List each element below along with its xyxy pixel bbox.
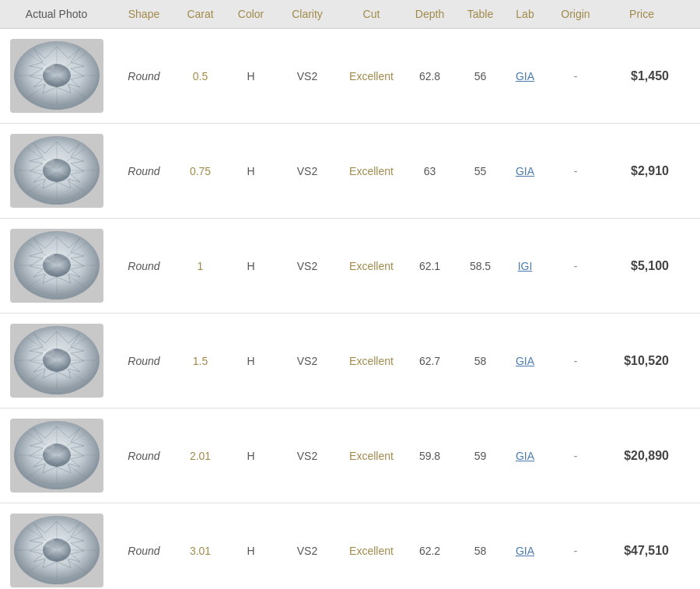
diamond-image [10, 134, 103, 208]
cell-shape-4: Round [113, 450, 175, 462]
diamond-image [10, 514, 103, 587]
cell-clarity-5: VS2 [276, 545, 338, 557]
cell-origin-0: - [544, 70, 607, 82]
cell-clarity-2: VS2 [276, 260, 338, 272]
cell-shape-1: Round [113, 165, 175, 177]
cell-photo-3 [0, 320, 113, 401]
table-row: Round 0.75 H VS2 Excellent 63 55 GIA - $… [0, 124, 700, 219]
cell-cut-4: Excellent [338, 450, 404, 462]
cell-color-5: H [226, 545, 276, 557]
table-body: Round 0.5 H VS2 Excellent 62.8 56 GIA - … [0, 29, 700, 589]
cell-color-4: H [226, 450, 276, 462]
cell-shape-5: Round [113, 545, 175, 557]
cell-table-0: 56 [455, 70, 506, 82]
cell-table-5: 58 [455, 545, 506, 557]
diamond-image [10, 324, 103, 398]
cell-lab-1[interactable]: GIA [506, 165, 544, 177]
cell-photo-0 [0, 35, 113, 117]
cell-color-2: H [226, 260, 276, 272]
cell-table-4: 59 [455, 450, 506, 462]
cell-clarity-0: VS2 [276, 70, 338, 82]
cell-carat-5: 3.01 [175, 545, 226, 557]
cell-cut-1: Excellent [338, 165, 404, 177]
table-header: Actual Photo Shape Carat Color Clarity C… [0, 0, 700, 29]
table-row: Round 3.01 H VS2 Excellent 62.2 58 GIA -… [0, 503, 700, 589]
cell-cut-5: Excellent [338, 545, 404, 557]
cell-table-2: 58.5 [455, 260, 506, 272]
cell-lab-2[interactable]: IGI [506, 260, 544, 272]
cell-origin-3: - [544, 355, 607, 367]
diamond-image [10, 419, 103, 493]
diamond-table: Actual Photo Shape Carat Color Clarity C… [0, 0, 700, 589]
cell-depth-1: 63 [404, 165, 455, 177]
cell-depth-3: 62.7 [404, 355, 455, 367]
lab-link[interactable]: GIA [516, 355, 534, 367]
diamond-image [10, 229, 103, 303]
cell-price-0: $1,450 [607, 69, 677, 83]
cell-clarity-1: VS2 [276, 165, 338, 177]
table-row: Round 1 H VS2 Excellent 62.1 58.5 IGI - … [0, 219, 700, 314]
cell-origin-4: - [544, 450, 607, 462]
cell-price-1: $2,910 [607, 164, 677, 178]
lab-link[interactable]: GIA [516, 70, 534, 82]
cell-table-1: 55 [455, 165, 506, 177]
table-row: Round 2.01 H VS2 Excellent 59.8 59 GIA -… [0, 408, 700, 503]
cell-clarity-3: VS2 [276, 355, 338, 367]
col-header-color: Color [226, 8, 276, 20]
cell-carat-0: 0.5 [175, 70, 226, 82]
cell-origin-1: - [544, 165, 607, 177]
cell-depth-5: 62.2 [404, 545, 455, 557]
cell-price-3: $10,520 [607, 354, 677, 368]
cell-color-3: H [226, 355, 276, 367]
cell-shape-0: Round [113, 70, 175, 82]
cell-lab-5[interactable]: GIA [506, 545, 544, 557]
col-header-table: Table [455, 8, 506, 20]
col-header-origin: Origin [544, 8, 607, 20]
col-header-cut: Cut [338, 8, 404, 20]
cell-carat-2: 1 [175, 260, 226, 272]
cell-cut-0: Excellent [338, 70, 404, 82]
cell-depth-0: 62.8 [404, 70, 455, 82]
cell-photo-4 [0, 415, 113, 496]
col-header-carat: Carat [175, 8, 226, 20]
cell-origin-2: - [544, 260, 607, 272]
cell-price-5: $47,510 [607, 544, 677, 558]
cell-clarity-4: VS2 [276, 450, 338, 462]
col-header-clarity: Clarity [276, 8, 338, 20]
col-header-lab: Lab [506, 8, 544, 20]
cell-cut-2: Excellent [338, 260, 404, 272]
table-row: Round 1.5 H VS2 Excellent 62.7 58 GIA - … [0, 314, 700, 408]
cell-table-3: 58 [455, 355, 506, 367]
cell-price-2: $5,100 [607, 259, 677, 273]
cell-lab-3[interactable]: GIA [506, 355, 544, 367]
cell-photo-1 [0, 130, 113, 212]
cell-lab-0[interactable]: GIA [506, 70, 544, 82]
cell-color-0: H [226, 70, 276, 82]
diamond-image [10, 39, 103, 113]
col-header-photo: Actual Photo [0, 8, 113, 20]
lab-link[interactable]: GIA [516, 545, 534, 557]
cell-cut-3: Excellent [338, 355, 404, 367]
cell-carat-3: 1.5 [175, 355, 226, 367]
col-header-shape: Shape [113, 8, 175, 20]
lab-link[interactable]: IGI [518, 260, 533, 272]
lab-link[interactable]: GIA [516, 165, 534, 177]
cell-shape-2: Round [113, 260, 175, 272]
cell-shape-3: Round [113, 355, 175, 367]
table-row: Round 0.5 H VS2 Excellent 62.8 56 GIA - … [0, 29, 700, 124]
cell-depth-4: 59.8 [404, 450, 455, 462]
cell-depth-2: 62.1 [404, 260, 455, 272]
col-header-price: Price [607, 8, 677, 20]
cell-photo-2 [0, 225, 113, 307]
cell-price-4: $20,890 [607, 449, 677, 463]
cell-carat-1: 0.75 [175, 165, 226, 177]
lab-link[interactable]: GIA [516, 450, 534, 462]
cell-color-1: H [226, 165, 276, 177]
cell-origin-5: - [544, 545, 607, 557]
col-header-depth: Depth [404, 8, 455, 20]
cell-photo-5 [0, 510, 113, 589]
cell-lab-4[interactable]: GIA [506, 450, 544, 462]
cell-carat-4: 2.01 [175, 450, 226, 462]
